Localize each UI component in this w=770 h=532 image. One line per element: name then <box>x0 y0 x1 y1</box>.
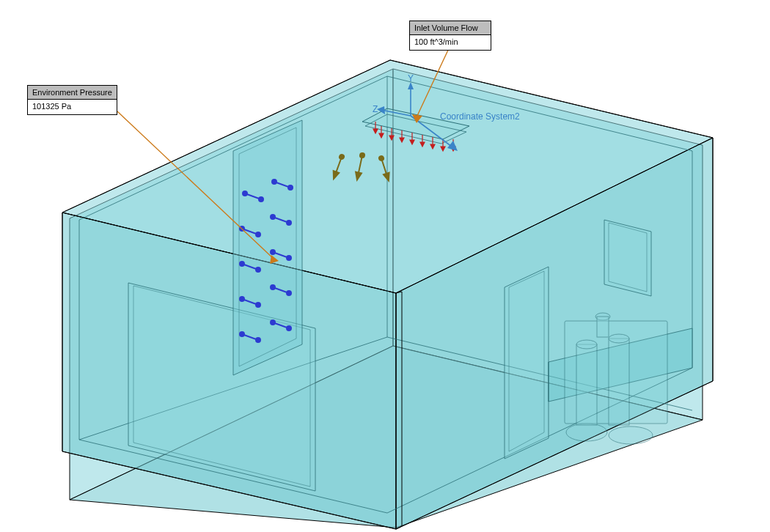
svg-point-67 <box>256 232 260 237</box>
svg-point-85 <box>256 338 260 342</box>
coordinate-system-label: Coordinate System2 <box>440 111 520 122</box>
svg-point-79 <box>256 303 260 307</box>
svg-rect-23 <box>576 344 597 425</box>
svg-point-88 <box>287 326 291 330</box>
svg-point-22 <box>566 424 607 441</box>
svg-marker-13 <box>233 120 302 375</box>
svg-point-82 <box>287 291 291 295</box>
callout-title: Environment Pressure <box>28 86 117 100</box>
scene-svg: .face { fill: #8BD6DC; fill-opacity: 0.5… <box>0 0 770 532</box>
callout-value: 100 ft^3/min <box>410 35 491 50</box>
svg-point-73 <box>256 267 260 272</box>
svg-point-26 <box>609 334 629 343</box>
svg-point-70 <box>287 221 291 225</box>
svg-point-64 <box>288 185 293 190</box>
svg-point-25 <box>576 340 597 349</box>
svg-rect-24 <box>609 339 629 425</box>
callout-inlet-volume-flow[interactable]: Inlet Volume Flow 100 ft^3/min <box>409 21 491 51</box>
simulation-viewport[interactable]: .face { fill: #8BD6DC; fill-opacity: 0.5… <box>0 0 770 532</box>
callout-value: 101325 Pa <box>28 100 117 114</box>
svg-marker-17 <box>604 220 651 296</box>
svg-marker-15 <box>505 267 549 459</box>
svg-point-58 <box>378 155 384 161</box>
svg-point-55 <box>359 152 364 158</box>
axis-label-y: Y <box>408 73 414 84</box>
svg-point-76 <box>287 256 291 260</box>
callout-title: Inlet Volume Flow <box>410 21 491 35</box>
callout-environment-pressure[interactable]: Environment Pressure 101325 Pa <box>27 85 117 115</box>
svg-point-52 <box>339 154 345 160</box>
svg-rect-28 <box>597 317 609 337</box>
axis-label-z: Z <box>373 104 378 114</box>
svg-point-61 <box>259 197 263 202</box>
svg-point-29 <box>609 426 653 444</box>
